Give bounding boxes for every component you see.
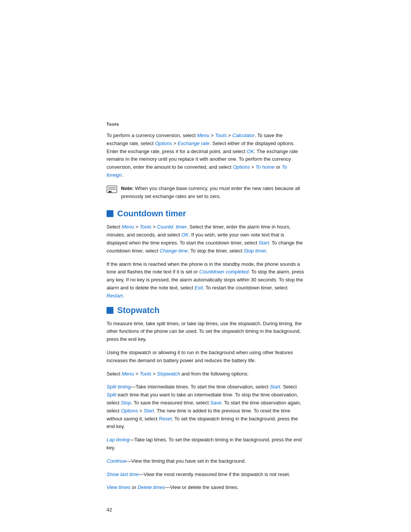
stopwatch-sw-link[interactable]: Stopwatch: [157, 371, 180, 377]
lap-text: —Take lap times. To set the stopwatch ti…: [107, 437, 302, 451]
view-times-link[interactable]: View times: [107, 484, 131, 490]
stopwatch-para3-end: and from the following options:: [180, 371, 249, 377]
countdown-tools-link[interactable]: Tools: [140, 224, 151, 230]
stopwatch-or: or: [131, 484, 138, 490]
stopwatch-lap-para: Lap timing—Take lap times. To set the st…: [107, 436, 304, 452]
options-link-1[interactable]: Options: [155, 141, 172, 146]
exchange-rate-link[interactable]: Exchange rate: [178, 141, 210, 146]
section-label: Tools: [107, 122, 304, 126]
calculator-link[interactable]: Calculator: [233, 133, 255, 138]
stopwatch-heading-text: Stopwatch: [117, 305, 159, 315]
countdown-para2: If the alarm time is reached when the ph…: [107, 260, 304, 300]
countdown-heading-text: Countdown timer: [117, 209, 186, 219]
countdown-ok-link[interactable]: OK: [182, 232, 189, 238]
countdown-exit-link[interactable]: Exit: [194, 285, 203, 291]
stopwatch-reset-link[interactable]: Reset: [159, 416, 172, 422]
countdown-start-link[interactable]: Start: [258, 240, 269, 246]
continue-text: —View the timing that you have set in th…: [126, 458, 246, 464]
view-text: —View or delete the saved times.: [165, 484, 239, 490]
intro-paragraph: To perform a currency conversion, select…: [107, 132, 304, 179]
svg-rect-1: [108, 191, 112, 193]
note-body: When you change base currency, you must …: [121, 185, 300, 199]
note-label: Note:: [121, 185, 134, 191]
stopwatch-tools-link[interactable]: Tools: [140, 371, 151, 377]
menu-link-1[interactable]: Menu: [197, 133, 210, 138]
stopwatch-heading: Stopwatch: [107, 305, 304, 315]
stopwatch-square-icon: [107, 307, 113, 314]
gt1: >: [209, 133, 215, 138]
stopwatch-para3: Select Menu > Tools > Stopwatch and from…: [107, 370, 304, 378]
ok-link[interactable]: OK: [247, 149, 254, 154]
stopwatch-view-para: View times or Delete times—View or delet…: [107, 484, 304, 492]
stopwatch-para3-start: Select: [107, 371, 122, 377]
countdown-menu-link[interactable]: Menu: [122, 224, 134, 230]
gt2: >: [227, 133, 233, 138]
countdown-restart-link[interactable]: Restart: [107, 293, 123, 299]
show-last-time-link[interactable]: Show last time: [107, 471, 139, 477]
to-home-link[interactable]: To home: [255, 164, 274, 170]
note-box: Note: When you change base currency, you…: [107, 185, 304, 201]
stopwatch-para1-text: To measure time, take split times, or ta…: [107, 321, 302, 342]
stopwatch-save-link[interactable]: Save: [210, 400, 221, 406]
stopwatch-para2-text: Using the stopwatch or allowing it to ru…: [107, 350, 293, 363]
page-container: Tools To perform a currency conversion, …: [0, 0, 411, 532]
countdown-mid4: . To stop the timer, select: [188, 248, 244, 254]
countdown-stop-link[interactable]: Stop timer: [244, 248, 266, 254]
countdown-end1: .: [266, 248, 268, 254]
intro-text-2: >: [172, 141, 178, 146]
countdown-countd-link[interactable]: Countd. timer: [157, 224, 187, 230]
lap-timing-link[interactable]: Lap timing: [107, 437, 129, 443]
stopwatch-para1: To measure time, take split times, or ta…: [107, 320, 304, 343]
stopwatch-continue-para: Continue—View the timing that you have s…: [107, 457, 304, 465]
note-icon: [107, 185, 117, 194]
countdown-square-icon: [107, 210, 113, 217]
split-text2: . Select: [280, 384, 296, 390]
countdown-change-link[interactable]: Change time: [159, 248, 188, 254]
split-text1: —Take intermediate times. To start the t…: [131, 384, 270, 390]
countdown-para2-mid2: . To restart the countdown timer, select: [203, 285, 287, 291]
intro-text-7: .: [122, 172, 123, 178]
stopwatch-options-link[interactable]: Options: [121, 408, 138, 414]
options-link-2[interactable]: Options: [233, 164, 250, 170]
intro-text-5: >: [250, 164, 256, 170]
stopwatch-start-link[interactable]: Start: [270, 384, 280, 390]
stopwatch-para2: Using the stopwatch or allowing it to ru…: [107, 349, 304, 365]
countdown-para1: Select Menu > Tools > Countd. timer. Sel…: [107, 223, 304, 255]
countdown-para2-end: .: [123, 293, 124, 299]
split-link[interactable]: Split: [107, 392, 116, 398]
stopwatch-split-para: Split timing—Take intermediate times. To…: [107, 383, 304, 431]
note-text: Note: When you change base currency, you…: [121, 185, 304, 201]
split-timing-link[interactable]: Split timing: [107, 384, 131, 390]
page-number: 42: [107, 507, 304, 513]
tools-link-1[interactable]: Tools: [215, 133, 227, 138]
intro-text-6: or: [274, 164, 282, 170]
stopwatch-start2-link[interactable]: Start: [143, 408, 154, 414]
stopwatch-menu-link[interactable]: Menu: [122, 371, 134, 377]
countdown-heading: Countdown timer: [107, 209, 304, 219]
stopwatch-show-para: Show last time—View the most recently me…: [107, 471, 304, 479]
stopwatch-stop-link[interactable]: Stop: [121, 400, 131, 406]
countdown-completed-link[interactable]: Countdown completed: [199, 269, 249, 275]
continue-link[interactable]: Continue: [107, 458, 126, 464]
split-text4: . To save the measured time, select: [131, 400, 210, 406]
intro-text-start: To perform a currency conversion, select: [107, 133, 197, 138]
show-text: —View the most recently measured time if…: [139, 471, 290, 477]
countdown-start-text: Select: [107, 224, 122, 230]
delete-times-link[interactable]: Delete times: [137, 484, 165, 490]
